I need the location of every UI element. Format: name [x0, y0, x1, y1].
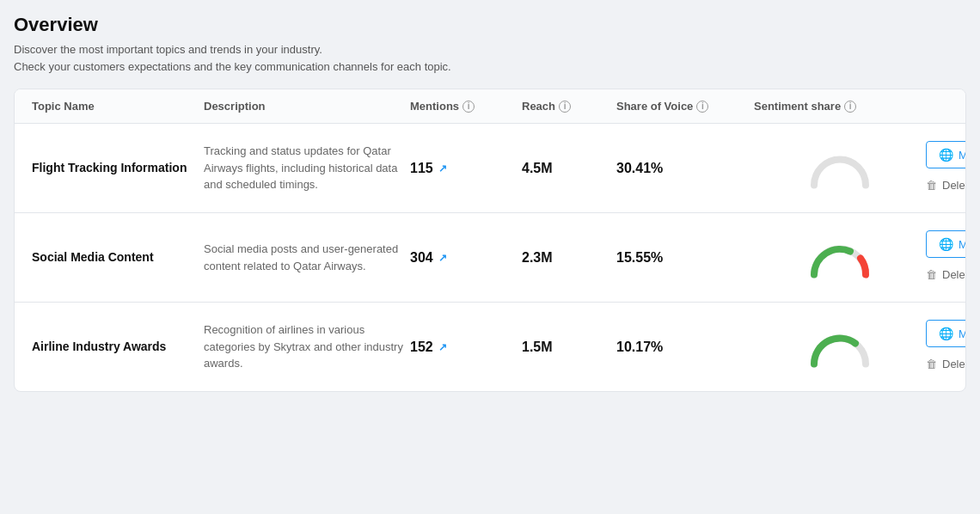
- external-link-icon[interactable]: ↗: [438, 252, 447, 264]
- sov-social: 15.55%: [616, 250, 754, 266]
- page-subtitle: Discover the most important topics and t…: [14, 41, 966, 75]
- table-header: Topic Name Description Mentions i Reach …: [15, 89, 965, 124]
- page-title: Overview: [14, 14, 966, 36]
- mentions-social: 304 ↗: [410, 250, 522, 266]
- mentions-flight: 115 ↗: [410, 161, 522, 176]
- col-mentions: Mentions i: [410, 100, 522, 113]
- table-row: Airline Industry Awards Recognition of a…: [15, 303, 965, 391]
- delete-topic-button-flight[interactable]: 🗑 Delete topic: [926, 175, 966, 195]
- topic-desc-social: Social media posts and user-generated co…: [204, 241, 410, 274]
- header-section: Overview Discover the most important top…: [14, 14, 966, 75]
- actions-flight: 🌐 More stats 🗑 Delete topic: [926, 141, 966, 195]
- subtitle-line1: Discover the most important topics and t…: [14, 43, 322, 56]
- topic-name-social: Social Media Content: [32, 249, 204, 266]
- gauge-svg-social: [805, 234, 874, 281]
- col-reach: Reach i: [522, 100, 616, 113]
- topic-name-awards: Airline Industry Awards: [32, 339, 204, 356]
- more-stats-button-social[interactable]: 🌐 More stats: [926, 230, 966, 258]
- reach-social: 2.3M: [522, 250, 616, 266]
- col-share-of-voice: Share of Voice i: [616, 100, 754, 113]
- topics-table: Topic Name Description Mentions i Reach …: [14, 89, 966, 392]
- col-description: Description: [204, 100, 410, 113]
- stats-icon: 🌐: [939, 148, 953, 162]
- more-stats-button-flight[interactable]: 🌐 More stats: [926, 141, 966, 168]
- subtitle-line2: Check your customers expectations and th…: [14, 60, 451, 73]
- topic-name-flight: Flight Tracking Information: [32, 160, 204, 177]
- delete-topic-button-social[interactable]: 🗑 Delete topic: [926, 265, 966, 285]
- table-row: Social Media Content Social media posts …: [15, 213, 965, 303]
- reach-info-icon[interactable]: i: [559, 101, 571, 113]
- stats-icon: 🌐: [939, 237, 953, 251]
- trash-icon: 🗑: [926, 358, 937, 370]
- col-topic-name: Topic Name: [32, 100, 204, 113]
- mentions-awards: 152 ↗: [410, 340, 522, 355]
- mentions-info-icon[interactable]: i: [462, 101, 475, 113]
- sov-info-icon[interactable]: i: [696, 101, 708, 113]
- gauge-svg-awards: [805, 323, 874, 370]
- sentiment-awards: [754, 323, 926, 370]
- topic-desc-awards: Recognition of airlines in various categ…: [204, 321, 410, 372]
- reach-flight: 4.5M: [522, 161, 616, 176]
- topic-desc-flight: Tracking and status updates for Qatar Ai…: [204, 143, 410, 193]
- col-sentiment-share: Sentiment share i: [754, 100, 926, 113]
- stats-icon: 🌐: [939, 327, 953, 340]
- sentiment-info-icon[interactable]: i: [844, 101, 856, 113]
- sov-awards: 10.17%: [616, 340, 754, 355]
- trash-icon: 🗑: [926, 268, 937, 281]
- trash-icon: 🗑: [926, 179, 937, 192]
- gauge-svg-flight: [805, 144, 874, 192]
- more-stats-button-awards[interactable]: 🌐 More stats: [926, 320, 966, 347]
- sentiment-social: [754, 234, 926, 281]
- reach-awards: 1.5M: [522, 340, 616, 355]
- sov-flight: 30.41%: [616, 161, 754, 176]
- external-link-icon[interactable]: ↗: [438, 341, 447, 353]
- actions-social: 🌐 More stats 🗑 Delete topic: [926, 230, 966, 285]
- col-actions: [926, 100, 966, 113]
- actions-awards: 🌐 More stats 🗑 Delete topic: [926, 320, 966, 374]
- page-wrapper: Overview Discover the most important top…: [0, 0, 980, 514]
- delete-topic-button-awards[interactable]: 🗑 Delete topic: [926, 354, 966, 374]
- table-row: Flight Tracking Information Tracking and…: [15, 124, 965, 213]
- sentiment-flight: [754, 144, 926, 192]
- external-link-icon[interactable]: ↗: [438, 162, 447, 174]
